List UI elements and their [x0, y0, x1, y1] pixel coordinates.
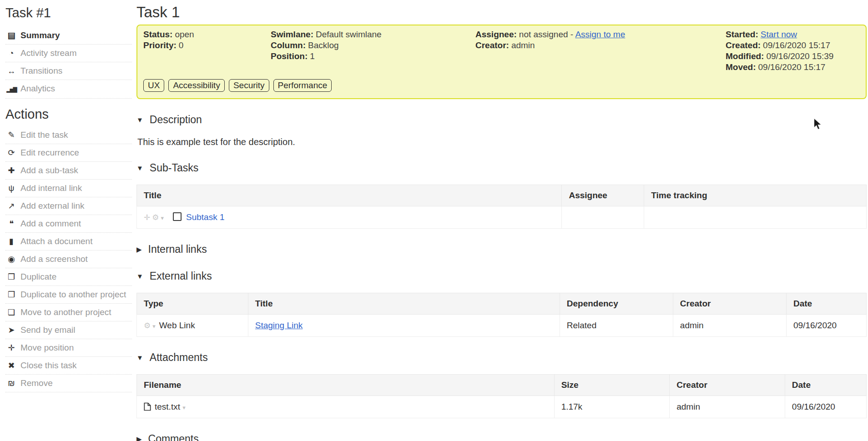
- action-label: Edit the task: [20, 130, 68, 140]
- section-title: Attachments: [150, 351, 208, 363]
- section-header-internal-links[interactable]: ▶Internal links: [136, 243, 867, 256]
- external-link-title[interactable]: Staging Link: [255, 321, 303, 330]
- start-now-link[interactable]: Start now: [761, 30, 797, 39]
- action-label: Move to another project: [20, 307, 111, 317]
- action-label: Add a screenshot: [20, 254, 88, 264]
- column-header: Date: [786, 293, 866, 315]
- column-header: Creator: [673, 293, 786, 315]
- action-add-subtask[interactable]: ✚Add a sub-task: [5, 162, 132, 180]
- action-edit-recurrence[interactable]: ⟳Edit recurrence: [5, 144, 132, 162]
- edit-icon: ✎: [5, 130, 17, 141]
- action-move-position[interactable]: ✛Move position: [5, 339, 132, 357]
- row-actions-gear-icon[interactable]: ⚙: [152, 213, 159, 222]
- position-label: Position:: [271, 51, 308, 61]
- collapse-triangle-icon: ▼: [136, 164, 143, 172]
- action-add-comment[interactable]: ❝Add a comment: [5, 215, 132, 233]
- external-links-table: Type Title Dependency Creator Date ⚙▾Web…: [136, 293, 867, 337]
- action-label: Close this task: [20, 361, 77, 370]
- sidebar-item-analytics[interactable]: ▂▅▇Analytics: [5, 80, 132, 99]
- task-view-menu: ▤Summary ◔Activity stream ↔Transitions ▂…: [5, 27, 132, 99]
- section-header-comments[interactable]: ▶Comments: [136, 433, 867, 441]
- creator-value: admin: [511, 40, 535, 50]
- sidebar: Task #1 ▤Summary ◔Activity stream ↔Trans…: [0, 0, 132, 441]
- bar-chart-icon: ▂▅▇: [5, 84, 17, 95]
- description-text: This is example test for the description…: [137, 137, 867, 147]
- column-header: Size: [554, 375, 670, 396]
- action-close-task[interactable]: ✖Close this task: [5, 357, 132, 375]
- file-icon: [144, 402, 151, 411]
- move-position-icon: ✛: [5, 342, 17, 354]
- action-add-screenshot[interactable]: ◉Add a screenshot: [5, 251, 132, 268]
- row-actions-gear-icon[interactable]: ⚙: [144, 321, 151, 330]
- action-label: Send by email: [20, 325, 75, 335]
- creator-label: Creator:: [475, 40, 509, 50]
- kanboard-task-page: Task #1 ▤Summary ◔Activity stream ↔Trans…: [0, 0, 868, 441]
- subtask-status-checkbox[interactable]: [173, 212, 182, 221]
- summary-col-status: Status:open Priority:0: [143, 29, 271, 73]
- moved-label: Moved:: [726, 62, 756, 72]
- external-link-row: ⚙▾Web Link Staging Link Related admin 09…: [137, 315, 867, 337]
- caret-down-icon: ▾: [161, 215, 164, 221]
- action-add-internal-link[interactable]: ψAdd internal link: [5, 180, 132, 197]
- action-label: Add external link: [20, 201, 84, 210]
- action-move-to-project[interactable]: ❏Move to another project: [5, 304, 132, 321]
- action-attach-document[interactable]: ▮Attach a document: [5, 233, 132, 251]
- action-remove[interactable]: ₪Remove: [5, 375, 132, 392]
- subtask-link[interactable]: Subtask 1: [186, 212, 225, 222]
- sidebar-item-transitions[interactable]: ↔Transitions: [5, 62, 132, 80]
- assign-to-me-link[interactable]: Assign to me: [575, 30, 625, 39]
- created-label: Created:: [726, 40, 761, 50]
- collapse-triangle-icon: ▼: [136, 354, 143, 361]
- assignee-label: Assignee:: [475, 30, 517, 39]
- action-duplicate-to-project[interactable]: ❒Duplicate to another project: [5, 286, 132, 304]
- subtask-row: ✛⚙▾Subtask 1: [137, 206, 867, 229]
- tag-badge: UX: [143, 79, 164, 92]
- task-actions-menu: ✎Edit the task ⟳Edit recurrence ✚Add a s…: [5, 126, 132, 392]
- external-link-date: 09/16/2020: [786, 315, 866, 337]
- collapse-triangle-icon: ▼: [136, 116, 143, 124]
- sidebar-item-label: Transitions: [20, 66, 62, 75]
- section-title: External links: [150, 270, 212, 282]
- close-task-icon: ✖: [5, 360, 17, 371]
- send-email-icon: ➤: [5, 325, 17, 336]
- camera-icon: ◉: [5, 254, 17, 265]
- sidebar-task-heading: Task #1: [5, 5, 132, 20]
- action-edit-task[interactable]: ✎Edit the task: [5, 126, 132, 144]
- section-header-subtasks[interactable]: ▼Sub-Tasks: [136, 162, 867, 174]
- action-label: Add a sub-task: [20, 165, 78, 175]
- attachment-row: test.txt ▾ 1.17k admin 09/16/2020: [137, 396, 867, 418]
- subtask-timetracking-cell: [644, 206, 867, 229]
- page-title: Task 1: [136, 4, 867, 21]
- started-label: Started:: [726, 30, 758, 39]
- section-title: Description: [150, 114, 202, 125]
- sidebar-item-label: Analytics: [20, 84, 55, 93]
- section-header-description[interactable]: ▼Description: [136, 114, 867, 126]
- column-header: Dependency: [560, 293, 673, 315]
- collapsed-triangle-icon: ▶: [136, 435, 142, 441]
- sidebar-item-summary[interactable]: ▤Summary: [5, 27, 132, 45]
- swimlane-label: Swimlane:: [271, 30, 313, 39]
- drag-handle-icon[interactable]: ✛: [144, 213, 150, 222]
- attachment-menu-caret-icon[interactable]: ▾: [182, 404, 186, 411]
- sidebar-item-label: Activity stream: [20, 48, 77, 58]
- action-add-external-link[interactable]: ↗Add external link: [5, 197, 132, 215]
- summary-col-board: Swimlane:Default swimlane Column:Backlog…: [271, 29, 475, 73]
- duplicate-project-icon: ❒: [5, 289, 17, 301]
- external-link-type: Web Link: [159, 321, 195, 330]
- section-header-attachments[interactable]: ▼Attachments: [136, 351, 867, 364]
- summary-col-people: Assignee:not assigned - Assign to me Cre…: [475, 29, 726, 73]
- action-label: Remove: [20, 378, 53, 388]
- column-header: Time tracking: [644, 185, 867, 206]
- actions-heading: Actions: [5, 107, 132, 122]
- tag-badge: Accessibility: [168, 79, 224, 92]
- section-title: Sub-Tasks: [150, 162, 198, 174]
- action-send-by-email[interactable]: ➤Send by email: [5, 321, 132, 339]
- sidebar-item-activity-stream[interactable]: ◔Activity stream: [5, 45, 132, 62]
- section-header-external-links[interactable]: ▼External links: [136, 270, 867, 282]
- modified-label: Modified:: [726, 51, 764, 61]
- action-duplicate[interactable]: ❐Duplicate: [5, 268, 132, 286]
- transitions-arrows-icon: ↔: [5, 65, 17, 77]
- document-icon: ▮: [5, 236, 17, 247]
- priority-value: 0: [179, 40, 184, 50]
- modified-value: 09/16/2020 15:39: [766, 51, 833, 61]
